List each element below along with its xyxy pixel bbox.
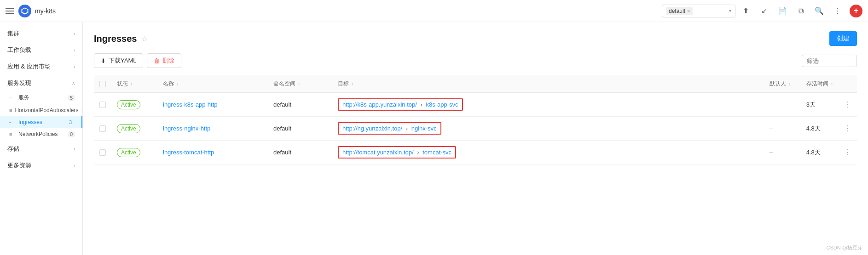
col-header-target[interactable]: 目标 ↕ (332, 75, 764, 93)
row3-target-service[interactable]: tomcat-svc (422, 149, 451, 156)
favorite-star-icon[interactable]: ☆ (141, 34, 148, 43)
arrow-icon-1: › (421, 101, 422, 108)
filter-input[interactable] (802, 55, 857, 67)
topbar: my-k8s default × ▾ ⬆ ↙ 📄 ⧉ 🔍 ⋮ + (0, 0, 868, 22)
sidebar: 集群 › 工作负载 › 应用 & 应用市场 › 服务发现 ∧ ≡ 服务 (0, 22, 83, 255)
row3-default: – (770, 149, 773, 156)
row1-actions-cell: ⋮ (839, 93, 857, 117)
row3-target-cell: http://tomcat.yunzaixin.top/ › tomcat-sv… (332, 141, 764, 164)
col-header-namespace[interactable]: 命名空间 ↕ (268, 75, 332, 93)
col-header-status[interactable]: 状态 ↕ (111, 75, 157, 93)
table-header: 状态 ↕ 名称 ↓ 命名空间 ↕ 目标 ↕ (94, 75, 857, 93)
row3-actions-cell: ⋮ (839, 141, 857, 164)
chevron-down-icon-2: ∧ (72, 81, 75, 86)
row3-more-button[interactable]: ⋮ (844, 148, 851, 156)
row2-checkbox[interactable] (99, 125, 106, 132)
row2-default-cell: – (764, 117, 801, 141)
create-button[interactable]: 创建 (829, 31, 857, 46)
arrow-icon-2: › (406, 125, 408, 132)
row2-default: – (770, 125, 773, 132)
col-label-target: 目标 (338, 80, 349, 87)
namespace-tag: default × (666, 7, 693, 15)
arrow-icon-3: › (417, 149, 419, 156)
sidebar-item-services[interactable]: ≡ 服务 5 (0, 91, 82, 104)
sidebar-group-header-cluster[interactable]: 集群 › (0, 26, 82, 41)
row3-name-link[interactable]: ingress-tomcat-http (163, 149, 214, 156)
namespace-tag-close[interactable]: × (687, 8, 690, 14)
footer-credit: CSDN @杨豆芽 (827, 244, 862, 251)
main-layout: 集群 › 工作负载 › 应用 & 应用市场 › 服务发现 ∧ ≡ 服务 (0, 22, 868, 255)
row2-target-service[interactable]: nginx-svc (411, 125, 437, 132)
row3-age-cell: 4.8天 (801, 141, 839, 164)
sidebar-item-hpa[interactable]: ≡ HorizontalPodAutoscalers 0 (0, 104, 82, 116)
download-yaml-button[interactable]: ⬇ 下载YAML (94, 53, 143, 68)
row1-more-button[interactable]: ⋮ (844, 101, 851, 108)
download-yaml-icon: ⬇ (101, 57, 106, 64)
row1-name-link[interactable]: ingress-k8s-app-http (163, 101, 218, 108)
sidebar-group-label-service-discovery: 服务发现 (7, 79, 31, 87)
row2-name-link[interactable]: ingress-nginx-http (163, 125, 210, 132)
clone-icon[interactable]: ⧉ (794, 5, 807, 17)
col-label-status: 状态 (117, 80, 128, 87)
namespace-selector[interactable]: default × ▾ (662, 5, 735, 17)
row1-checkbox[interactable] (99, 102, 106, 108)
sidebar-item-ingresses[interactable]: ▪ Ingresses 3 (0, 116, 82, 128)
table-body: Active ingress-k8s-app-http default http… (94, 93, 857, 164)
row1-target-service[interactable]: k8s-app-svc (426, 101, 458, 108)
chevron-right-icon: › (74, 31, 75, 36)
col-header-name[interactable]: 名称 ↓ (157, 75, 268, 93)
row3-status-cell: Active (111, 141, 157, 164)
plus-icon[interactable]: + (850, 5, 862, 17)
chevron-right-icon-2: › (74, 48, 75, 53)
sidebar-item-network-policies[interactable]: ≡ NetworkPolicies 0 (0, 128, 82, 140)
row2-age: 4.8天 (806, 125, 821, 132)
select-all-checkbox[interactable] (99, 81, 106, 87)
list-icon: ≡ (9, 95, 16, 101)
row1-status-badge: Active (117, 100, 140, 109)
namespace-label: default (669, 8, 685, 14)
sidebar-group-header-storage[interactable]: 存储 › (0, 141, 82, 157)
col-header-default[interactable]: 默认人 ↕ (764, 75, 801, 93)
sidebar-item-label-ingresses: Ingresses (18, 119, 64, 125)
row3-checkbox-cell (94, 141, 111, 164)
row2-more-button[interactable]: ⋮ (844, 125, 851, 132)
search-icon[interactable]: 🔍 (813, 5, 826, 17)
row1-target-url[interactable]: http://k8s-app.yunzaixin.top/ (342, 101, 417, 108)
row2-target-url[interactable]: http://ng.yunzaixin.top/ (342, 125, 402, 132)
col-label-name: 名称 (163, 80, 174, 87)
upload-icon[interactable]: ⬆ (739, 5, 752, 17)
sidebar-group-label-workload: 工作负载 (7, 46, 31, 54)
sidebar-group-header-apps[interactable]: 应用 & 应用市场 › (0, 59, 82, 74)
col-header-age[interactable]: 存活时间 ↕ (801, 75, 839, 93)
col-header-checkbox (94, 75, 111, 93)
more-icon[interactable]: ⋮ (831, 5, 844, 17)
sidebar-group-header-service-discovery[interactable]: 服务发现 ∧ (0, 75, 82, 91)
sidebar-item-label-network-policies: NetworkPolicies (18, 131, 65, 137)
list-icon-3: ▪ (9, 119, 16, 125)
sidebar-group-label-storage: 存储 (7, 145, 19, 153)
sidebar-group-header-workload[interactable]: 工作负载 › (0, 42, 82, 58)
file-icon[interactable]: 📄 (776, 5, 789, 17)
row3-status-badge: Active (117, 148, 140, 157)
sort-icon-target: ↕ (351, 81, 353, 86)
menu-icon[interactable] (6, 6, 15, 16)
sidebar-group-more: 更多资源 › (0, 158, 82, 173)
row1-name-cell: ingress-k8s-app-http (157, 93, 268, 117)
row1-namespace: default (273, 101, 291, 108)
sidebar-item-label-services: 服务 (18, 94, 65, 102)
col-header-actions (839, 75, 857, 93)
row2-namespace: default (273, 125, 291, 132)
row3-default-cell: – (764, 141, 801, 164)
download-icon[interactable]: ↙ (758, 5, 770, 17)
row2-status-cell: Active (111, 117, 157, 141)
sort-icon-age: ↕ (831, 81, 833, 86)
chevron-down-icon: ▾ (729, 8, 731, 13)
ingresses-table: 状态 ↕ 名称 ↓ 命名空间 ↕ 目标 ↕ (94, 75, 857, 164)
row3-target-url[interactable]: http://tomcat.yunzaixin.top/ (342, 149, 414, 156)
sidebar-group-header-more[interactable]: 更多资源 › (0, 158, 82, 173)
sidebar-group-apps: 应用 & 应用市场 › (0, 59, 82, 74)
delete-button[interactable]: 🗑 删除 (147, 53, 181, 68)
row3-namespace-cell: default (268, 141, 332, 164)
table-row: Active ingress-nginx-http default http:/… (94, 117, 857, 141)
row3-checkbox[interactable] (99, 149, 106, 156)
